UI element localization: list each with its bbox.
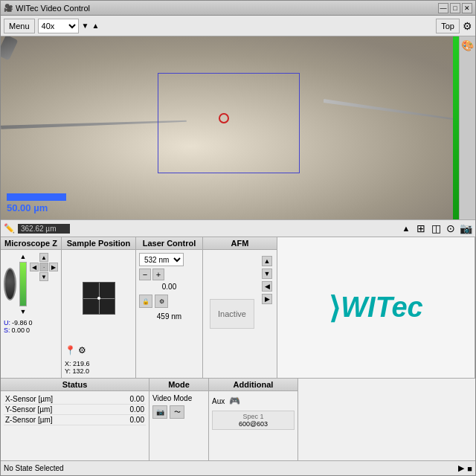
microscope-image: 50.00 µm 🎨 [1,36,475,219]
panels-row: Microscope Z ▲ ▼ ▲ ◀ [1,237,475,379]
sample-position-panel: Sample Position 📍 ⚙ X: 219.6 [62,237,136,378]
laser-minus-button[interactable]: − [139,268,151,280]
status-right: ▶ ■ [458,463,472,473]
afm-btn1[interactable]: ▲ [262,256,272,266]
camera-icon[interactable]: 📷 [459,222,472,235]
z-sensor-label: Z-Sensor [µm] [4,415,109,425]
afm-inner: Inactive ▲ ▼ ◀ ▶ [206,253,274,375]
nav-center-btn[interactable]: · [39,263,48,271]
laser-icon1[interactable]: 🔒 [139,295,152,308]
x-pos-row: X: 219.6 [65,360,132,367]
top-button[interactable]: Top [436,19,460,33]
color-wheel-icon[interactable]: 🎨 [462,39,474,51]
gamepad-icon[interactable]: 🎮 [228,394,241,408]
x-value: 219.6 [73,360,90,367]
nav-empty-br [49,272,58,281]
close-button[interactable]: ✕ [462,3,472,13]
minimize-button[interactable]: — [438,3,448,13]
status-bar: No State Selected ▶ ■ [1,460,475,475]
x-sensor-label: X-Sensor [µm] [4,394,109,405]
up-icon[interactable]: ▲ [91,22,99,30]
layers-icon[interactable]: ◫ [429,222,443,235]
status-panel: Status X-Sensor [µm] 0.00 Y-Sensor [µm] … [1,379,149,460]
scale-bar-visual [7,193,66,201]
target-icon[interactable]: ⊙ [444,222,457,235]
z-sensor-value: 0.00 [109,415,146,425]
spec-value: 600@603 [216,420,291,428]
sample-position-header: Sample Position [62,237,135,250]
additional-header: Additional [209,379,298,391]
x-label: X: [65,360,71,367]
green-strip [453,36,459,219]
waveform-icon[interactable]: 〜 [170,405,184,419]
zoom-select[interactable]: 40x 10x 20x 60x 100x [38,19,79,33]
laser-plusminus: − + [139,268,199,280]
afm-panel: AFM Inactive ▲ ▼ ◀ ▶ [203,237,277,378]
stop-button[interactable]: ■ [467,464,472,473]
measurement-display: 362.62 µm [18,224,70,234]
microscope-z-panel: Microscope Z ▲ ▼ ▲ ◀ [1,237,62,378]
bottom-panels: Status X-Sensor [µm] 0.00 Y-Sensor [µm] … [1,379,475,460]
x-sensor-value: 0.00 [109,394,146,405]
afm-inactive-label: Inactive [218,309,246,318]
mode-header: Mode [149,379,208,391]
title-bar: 🎥 WITec Video Control — □ ✕ [1,1,475,16]
laser-control-panel: Laser Control 532 nm 633 nm − + 0.00 🔒 ⚙… [136,237,203,378]
down-icon[interactable]: ▼ [82,22,89,30]
z-nav-cross: ▲ ◀ · ▶ ▼ [30,253,58,281]
laser-value-display: 0.00 [139,283,199,291]
y-pos-row: Y: 132.0 [65,367,132,375]
crosshair-display[interactable] [83,282,115,315]
witec-logo-area: ⟩ WITec [277,237,475,378]
z-s-row: S: 0.00 0 [4,327,58,334]
mode-panel: Mode Video Mode 📷 〜 [149,379,209,460]
nav-cross: ▲ ◀ · ▶ ▼ [30,253,58,281]
laser-wavelength-select[interactable]: 532 nm 633 nm [139,253,184,266]
afm-header: AFM [203,237,277,250]
afm-btn2[interactable]: ▼ [262,268,272,279]
location-icon[interactable]: 📍 [65,345,76,356]
afm-side-controls: ▲ ▼ ◀ ▶ [260,253,274,375]
menu-button[interactable]: Menu [4,19,35,33]
nav-left-btn[interactable]: ◀ [30,263,39,271]
laser-plus-button[interactable]: + [152,268,164,280]
afm-content: Inactive ▲ ▼ ◀ ▶ [203,250,277,378]
z-level-bar [19,262,27,306]
mode-content: Video Mode 📷 〜 [149,391,208,422]
particle [1,36,18,60]
spec-box[interactable]: Spec 1 600@603 [212,411,295,430]
triangle-icon[interactable]: ▲ [399,222,413,235]
maximize-button[interactable]: □ [450,3,460,13]
z-u-unit: 0 [29,319,33,327]
window-title: WITec Video Control [16,4,90,13]
gear-icon[interactable]: ⚙ [463,20,472,32]
selection-box [158,73,300,173]
z-knob[interactable] [4,268,16,300]
additional-content: Aux 🎮 Spec 1 600@603 [209,391,298,433]
video-camera-icon[interactable]: 📷 [152,405,167,419]
status-content: X-Sensor [µm] 0.00 Y-Sensor [µm] 0.00 Z-… [1,391,149,428]
top-right-controls: Top ⚙ [436,19,472,33]
afm-btn4[interactable]: ▶ [262,294,272,304]
scale-bar: 50.00 µm [7,193,66,213]
microscope-z-header: Microscope Z [1,237,61,250]
needle-right [321,83,458,138]
afm-btn3[interactable]: ◀ [262,281,272,292]
afm-main: Inactive [206,253,258,375]
z-down-arrow[interactable]: ▼ [20,308,27,315]
laser-icon2[interactable]: ⚙ [155,295,168,308]
grid-icon[interactable]: ⊞ [414,222,428,235]
video-area: 50.00 µm 🎨 [1,36,475,219]
nav-up-btn[interactable]: ▲ [39,253,48,262]
pos-settings-icon[interactable]: ⚙ [78,345,86,356]
draw-icon[interactable]: ✏️ [4,223,15,234]
laser-nm2-display: 459 nm [139,312,199,321]
y-value: 132.0 [73,367,90,375]
nav-empty-tr [49,253,58,262]
z-up-arrow[interactable]: ▲ [20,253,27,260]
laser-icons: 🔒 ⚙ [139,295,199,308]
nav-down-btn[interactable]: ▼ [39,272,48,281]
z-u-value: -9.86 [12,319,28,327]
play-button[interactable]: ▶ [458,463,464,473]
nav-right-btn[interactable]: ▶ [49,263,58,271]
